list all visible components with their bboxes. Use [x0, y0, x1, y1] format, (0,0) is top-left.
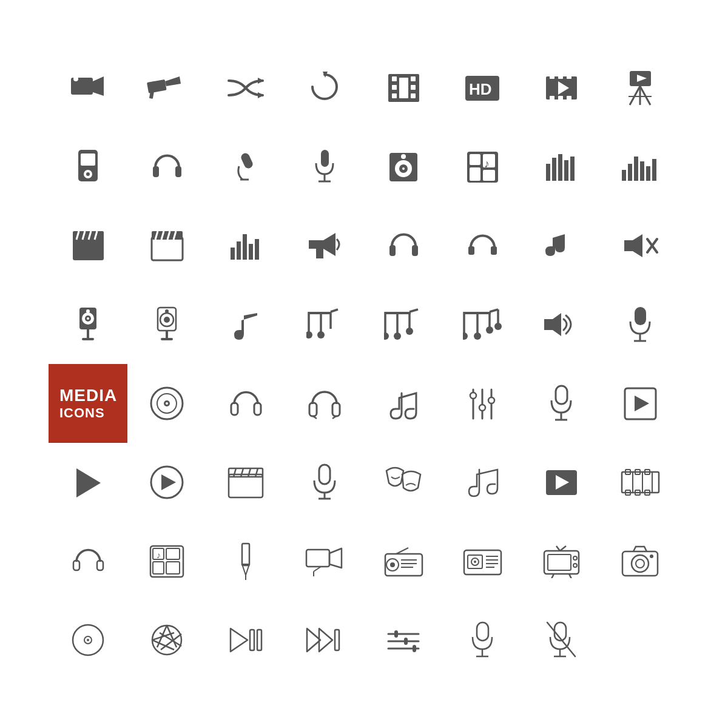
clapperboard2-icon — [228, 466, 264, 499]
mute-icon — [622, 231, 658, 261]
media-subtitle: ICONS — [59, 405, 105, 421]
svg-text:HD: HD — [469, 80, 492, 98]
svg-text:♪: ♪ — [157, 550, 161, 560]
svg-marker-1 — [93, 76, 104, 96]
cell-camera-tripod — [601, 49, 679, 127]
video-camera-icon: ● — [70, 73, 106, 103]
svg-rect-41 — [175, 166, 181, 177]
speaker-stand2-icon — [154, 306, 180, 343]
clapperboard-fill-icon — [72, 230, 105, 261]
svg-point-126 — [474, 332, 481, 340]
theater-masks-icon — [384, 466, 423, 499]
speaker-stand-icon — [76, 306, 100, 343]
equalizer-small-icon — [229, 231, 263, 261]
cell-play-box — [601, 364, 679, 443]
svg-point-149 — [470, 393, 476, 399]
svg-rect-81 — [231, 248, 235, 260]
cd-circle-icon — [71, 623, 105, 657]
play-triangle-icon — [73, 466, 103, 499]
svg-rect-90 — [491, 246, 497, 255]
cell-mic-outline3 — [443, 601, 522, 679]
svg-rect-133 — [635, 307, 646, 325]
film-strip-icon — [387, 73, 420, 103]
svg-marker-91 — [624, 234, 642, 257]
tv-icon — [542, 545, 581, 578]
microphone-fill-icon — [627, 306, 654, 343]
svg-point-129 — [486, 326, 493, 334]
svg-rect-216 — [548, 554, 571, 570]
svg-rect-99 — [87, 329, 89, 339]
svg-point-110 — [306, 331, 312, 339]
music-notes-icon — [543, 229, 579, 263]
headphones3-icon — [229, 387, 263, 420]
note-single-icon — [231, 308, 261, 342]
svg-point-131 — [494, 323, 502, 330]
svg-point-121 — [406, 328, 413, 335]
equalizer-icon — [545, 152, 578, 182]
svg-marker-132 — [544, 313, 561, 336]
svg-rect-66 — [640, 161, 644, 181]
svg-line-34 — [640, 86, 650, 105]
svg-line-163 — [241, 468, 243, 477]
cell-megaphone — [285, 206, 364, 285]
cell-mute — [601, 206, 679, 285]
svg-rect-242 — [394, 630, 398, 638]
svg-rect-192 — [306, 550, 329, 567]
cell-cd-disc — [127, 364, 206, 443]
cd-disc-icon — [149, 386, 184, 421]
cell-speaker-stand2 — [127, 285, 206, 364]
svg-rect-107 — [309, 312, 331, 314]
svg-rect-114 — [385, 312, 411, 314]
cell-equalizer-lines — [364, 601, 443, 679]
svg-rect-14 — [392, 85, 397, 90]
note-quad-icon — [463, 308, 502, 342]
svg-rect-28 — [567, 96, 571, 102]
media-title: MEDIA — [59, 386, 117, 405]
mic-crossed-icon — [546, 621, 576, 659]
svg-rect-122 — [464, 312, 491, 314]
music-player-outline-icon: ♪ — [149, 545, 184, 578]
svg-rect-60 — [558, 154, 562, 181]
svg-marker-157 — [76, 468, 101, 497]
svg-rect-63 — [622, 170, 626, 181]
skip-forward-icon — [306, 625, 343, 655]
svg-point-104 — [165, 309, 169, 313]
cell-radio2 — [443, 522, 522, 601]
cell-music-player-outline: ♪ — [127, 522, 206, 601]
cell-note-quad — [443, 285, 522, 364]
cell-film-strip — [364, 49, 443, 127]
cell-note-double — [285, 285, 364, 364]
cell-theater-masks — [364, 443, 443, 522]
svg-line-128 — [490, 309, 498, 312]
cell-microphone-fill — [601, 285, 679, 364]
svg-rect-65 — [634, 157, 638, 181]
svg-rect-182 — [97, 561, 103, 570]
mp3-player-icon — [76, 149, 100, 185]
svg-rect-40 — [153, 166, 159, 177]
svg-rect-42 — [240, 152, 254, 169]
svg-text:♪: ♪ — [484, 158, 490, 170]
headphones-arc-icon — [466, 231, 499, 261]
svg-rect-56 — [483, 170, 495, 181]
cell-music-notes — [522, 206, 601, 285]
svg-rect-26 — [550, 96, 554, 102]
music-app-icon: ♪ — [466, 150, 499, 184]
radio2-icon — [463, 545, 502, 577]
svg-rect-37 — [81, 153, 95, 166]
svg-rect-84 — [249, 244, 253, 260]
cell-mic-outline — [522, 364, 601, 443]
play-pause-icon — [229, 625, 263, 655]
mic-pencil-icon — [234, 542, 258, 580]
cell-skip-forward — [285, 601, 364, 679]
svg-rect-166 — [319, 465, 330, 484]
radio-icon — [384, 545, 423, 577]
svg-rect-235 — [257, 630, 261, 650]
svg-rect-67 — [646, 166, 650, 181]
svg-point-125 — [463, 332, 468, 340]
svg-rect-152 — [556, 386, 567, 404]
cell-equalizer-small — [206, 206, 285, 285]
headphones2-icon — [387, 229, 420, 263]
svg-point-39 — [86, 172, 90, 176]
svg-point-150 — [479, 405, 485, 411]
page: ● — [0, 0, 728, 728]
